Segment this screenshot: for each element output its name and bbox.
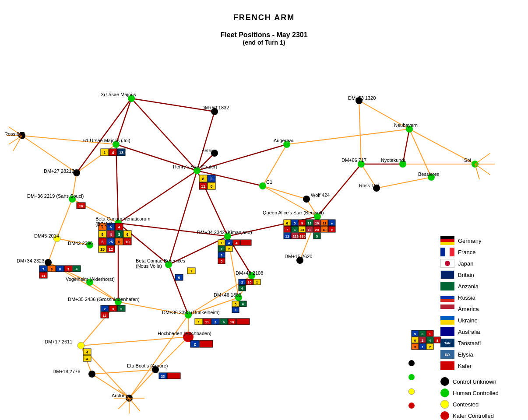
svg-text:16: 16 [308, 228, 312, 232]
label-vogelheim: Vogelheim (Alderhorst) [66, 276, 115, 282]
legend-tanstaafl: TAN Tanstaafl [440, 339, 519, 347]
legend-kafer: Kafer [440, 361, 519, 370]
svg-text:3: 3 [414, 345, 416, 349]
svg-line-75 [118, 398, 129, 409]
legend-russia: Russia [440, 293, 519, 302]
legend-control-unknown: Control Unknown [440, 377, 519, 386]
legend-kafer-controlled-label: Kafer Controlled [453, 413, 494, 419]
flag-tanstaafl: TAN [440, 339, 454, 347]
svg-text:5: 5 [235, 302, 237, 306]
svg-line-50 [169, 171, 197, 265]
circle-contested [440, 400, 449, 409]
svg-text:6 3955: 6 3955 [297, 234, 308, 238]
svg-text:4: 4 [429, 339, 431, 343]
svg-line-62 [317, 164, 361, 217]
legend-human-controlled: Human Controlled [440, 388, 519, 397]
svg-line-17 [129, 370, 155, 398]
legend-america: America [440, 304, 519, 313]
label-dm45: DM45 2014 [34, 233, 59, 238]
label-ross128: Ross 128 [359, 183, 379, 188]
svg-text:e: e [331, 228, 333, 232]
svg-text:18: 18 [119, 150, 123, 155]
label-xi-ursae: Xi Ursae Majoris [101, 92, 136, 97]
node-dm17 [77, 342, 84, 349]
svg-line-71 [9, 136, 22, 144]
label-neubayern: Neubayern [394, 122, 418, 128]
svg-text:6: 6 [126, 232, 128, 237]
flag-australia [440, 327, 454, 336]
circle-human-controlled [440, 388, 449, 397]
label-dm27: DM+27 28217 [44, 168, 74, 174]
flag-france [440, 248, 454, 256]
flag-britain [440, 270, 454, 279]
svg-line-30 [409, 129, 431, 177]
svg-rect-216 [240, 240, 251, 245]
svg-line-72 [13, 136, 22, 151]
svg-line-32 [263, 186, 306, 199]
svg-text:11: 11 [42, 274, 46, 278]
svg-text:9: 9 [178, 276, 180, 280]
svg-text:6: 6 [118, 240, 120, 244]
label-dm48: DM+48 2108 [236, 270, 263, 276]
svg-text:2: 2 [215, 320, 217, 324]
svg-text:6: 6 [242, 302, 244, 306]
legend-control-unknown-label: Control Unknown [453, 378, 496, 385]
svg-line-47 [116, 144, 118, 223]
svg-line-7 [48, 238, 57, 262]
svg-text:10: 10 [248, 280, 252, 284]
label-bcv4: Beta Canum Venaticorum(BCV-4) [95, 216, 150, 227]
svg-text:10: 10 [79, 204, 83, 208]
svg-text:10: 10 [315, 221, 319, 225]
svg-text:6: 6 [294, 228, 296, 232]
legend-anzania-label: Anzania [458, 283, 479, 290]
label-nyotekundu: Nyotekundu [381, 158, 407, 163]
svg-text:e: e [331, 221, 333, 225]
legend-contested: Contested [440, 400, 519, 409]
flag-elysia: ELY [440, 350, 454, 359]
svg-text:25: 25 [109, 240, 113, 244]
svg-text:23: 23 [161, 374, 165, 378]
label-dm35: DM+35 2436 (Grosshiddenhafen) [68, 297, 140, 302]
control-legend: Control Unknown Human Controlled Contest… [440, 377, 519, 420]
svg-text:1: 1 [198, 320, 200, 324]
svg-text:2: 2 [221, 247, 223, 251]
svg-point-253 [408, 388, 415, 395]
svg-text:5: 5 [101, 240, 103, 244]
svg-rect-171 [167, 373, 180, 379]
legend-france: France [440, 248, 519, 256]
svg-line-49 [118, 171, 197, 223]
svg-text:1: 1 [429, 332, 431, 336]
svg-text:13: 13 [300, 228, 304, 232]
svg-text:2: 2 [194, 342, 196, 346]
svg-text:9: 9 [101, 232, 103, 237]
legend-germany: Germany [440, 236, 519, 245]
label-arcturus: Arcturus [112, 393, 130, 398]
svg-line-18 [129, 315, 188, 398]
flag-russia [440, 293, 454, 302]
legend-japan: Japan [440, 259, 519, 268]
label-c1: C1 [266, 179, 272, 185]
node-c1 [259, 182, 266, 189]
legend-kafer-label: Kafer [458, 363, 472, 369]
svg-text:3: 3 [118, 232, 120, 237]
label-wolf424: Wolf 424 [311, 192, 330, 198]
svg-text:2: 2 [210, 177, 212, 181]
svg-text:0: 0 [414, 339, 416, 343]
svg-text:8: 8 [59, 267, 61, 271]
svg-line-0 [22, 136, 77, 173]
svg-text:11: 11 [323, 221, 327, 225]
label-dm34-2323: DM+34 2323 [17, 258, 44, 263]
svg-text:5: 5 [316, 234, 318, 238]
svg-text:8: 8 [202, 177, 204, 181]
svg-rect-157 [200, 340, 213, 347]
svg-text:2: 2 [422, 339, 424, 343]
label-dm50: DM+50 1832 [201, 105, 229, 110]
svg-text:3: 3 [112, 307, 114, 311]
flag-japan [440, 259, 454, 268]
svg-text:7: 7 [228, 247, 230, 251]
flag-germany [440, 236, 454, 245]
legend-anzania: Anzania [440, 282, 519, 290]
svg-text:10: 10 [230, 320, 234, 324]
label-eta: Eta Bootis (Aurore) [127, 363, 168, 368]
flag-america [440, 304, 454, 313]
